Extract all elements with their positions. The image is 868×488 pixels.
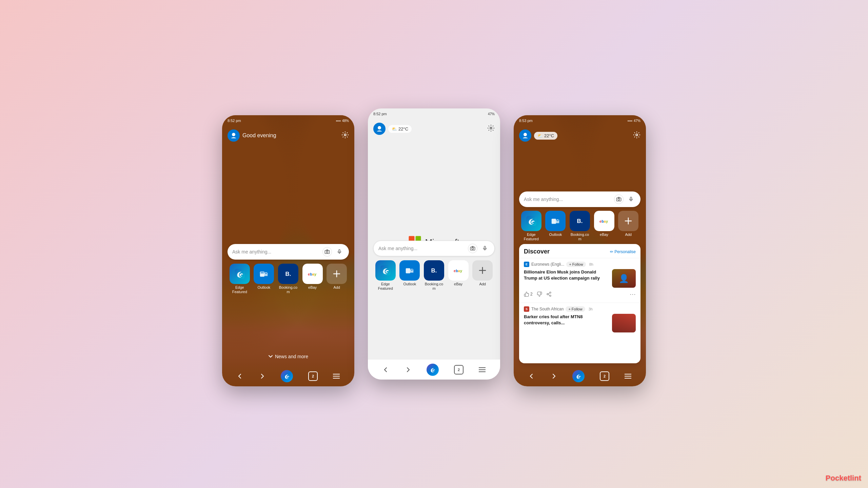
phone-2-battery: 47% <box>488 112 495 116</box>
phone-2-nav-forward[interactable] <box>405 366 411 373</box>
phone-3-nav-menu[interactable] <box>625 373 631 379</box>
phone-3-top-bar: ⛅ 22°C <box>514 126 646 145</box>
news-source-name-1: Euronews (Engli... <box>531 262 564 267</box>
svg-point-3 <box>326 251 328 253</box>
news-content-2: Barker cries foul after MTN8 controversy… <box>524 314 636 332</box>
phone-2-nav-edge[interactable] <box>427 364 439 376</box>
phone-2-time: 8:52 pm <box>373 112 387 116</box>
phone-1-nav-tabs[interactable]: 2 <box>308 371 318 381</box>
phone-1-search-bar[interactable]: Ask me anything... <box>228 244 349 260</box>
phone-3-signal-icon: ▪▪▪▪ <box>628 119 632 123</box>
phone-2-shortcut-add[interactable]: Add <box>472 260 493 291</box>
svg-text:B.: B. <box>577 218 583 224</box>
phone-3-nav-back[interactable] <box>528 373 535 380</box>
phone-1-booking-icon: B. <box>278 264 298 284</box>
phone-2-shortcut-outlook[interactable]: Outlook <box>399 260 420 291</box>
svg-rect-29 <box>406 268 410 273</box>
phone-1-avatar[interactable] <box>228 129 240 142</box>
svg-rect-4 <box>339 249 340 252</box>
phone-2-system-nav: ⦀ ○ ◁ <box>368 378 500 380</box>
discover-header: Discover ✏ Personalise <box>519 244 640 258</box>
phone-3-camera-icon[interactable] <box>614 195 624 204</box>
phone-2-mic-icon[interactable] <box>480 244 490 253</box>
phone-1-shortcut-edge[interactable]: EdgeFeatured <box>230 264 250 294</box>
news-actions-1: 2 ⋯ <box>524 288 636 299</box>
phone-1-greeting: Good evening <box>242 133 276 139</box>
phone-2-edge-label: EdgeFeatured <box>378 282 393 291</box>
phone-3-shortcut-booking[interactable]: B. Booking.com <box>570 211 590 241</box>
phone-1-nav-forward[interactable] <box>259 373 265 380</box>
news-thumbnail-1: 👤 <box>612 269 636 288</box>
pocketlint-watermark: Pocketlint <box>826 474 861 483</box>
svg-point-24 <box>472 248 473 249</box>
phone-2-ebay-label: eBay <box>454 282 462 286</box>
phone-2-settings-icon[interactable] <box>487 124 495 134</box>
phone-2-avatar[interactable] <box>373 123 386 135</box>
phone-3-nav-edge[interactable] <box>572 370 585 382</box>
phone-3-shortcut-add[interactable]: Add <box>618 211 638 241</box>
phone-1-settings-icon[interactable] <box>341 131 349 140</box>
phone-3-mic-icon[interactable] <box>626 195 636 204</box>
phone-3-weather: ⛅ 22°C <box>534 132 557 140</box>
phone-1-nav-back[interactable] <box>237 373 243 380</box>
phone-3-add-label: Add <box>625 232 632 237</box>
follow-button-2[interactable]: + Follow <box>566 306 585 312</box>
phone-1-time: 8:52 pm <box>228 119 241 123</box>
svg-line-60 <box>548 293 550 294</box>
phone-3-avatar[interactable] <box>519 129 531 142</box>
euronews-icon: E <box>524 262 529 267</box>
personalise-button[interactable]: ✏ Personalise <box>610 249 636 254</box>
phone-2-temperature: 22°C <box>398 126 408 131</box>
phone-1-nav-menu[interactable] <box>333 373 340 379</box>
phone-1-shortcut-outlook[interactable]: Outlook <box>254 264 274 294</box>
phone-1-camera-search-icon[interactable] <box>322 247 332 257</box>
svg-rect-9 <box>261 272 264 273</box>
like-button[interactable]: 2 <box>524 291 533 297</box>
phone-1-shortcut-booking[interactable]: B. Booking.com <box>278 264 298 294</box>
phone-1-shortcut-ebay[interactable]: ebay eBay <box>302 264 323 294</box>
more-options-button-1[interactable]: ⋯ <box>630 290 636 298</box>
phone-2-status-bar: 8:52 pm 47% <box>368 108 500 119</box>
news-thumbnail-2 <box>612 314 636 332</box>
phone-1-mic-icon[interactable] <box>335 247 344 257</box>
phone-2-search-placeholder: Ask me anything... <box>378 246 465 251</box>
phone-1-system-nav: ⦀ ○ ◁ <box>222 385 354 386</box>
phone-3-search-bar[interactable]: Ask me anything... <box>519 191 640 207</box>
dislike-button[interactable] <box>537 291 542 297</box>
phone-3-nav-tabs[interactable]: 2 <box>600 371 609 381</box>
phone-2-camera-icon[interactable] <box>468 244 477 253</box>
phone-1-status-icons: ▪▪▪▪ 48% <box>336 119 349 123</box>
phone-2-nav-back[interactable] <box>382 366 389 373</box>
phone-2-shortcut-booking[interactable]: B. Booking.com <box>424 260 444 291</box>
svg-rect-44 <box>630 197 632 200</box>
phone-1-nav-edge[interactable] <box>281 370 293 382</box>
phone-3-shortcut-outlook[interactable]: Outlook <box>545 211 566 241</box>
phone-1-shortcut-add[interactable]: Add <box>327 264 347 294</box>
news-source-name-2: The South African <box>531 307 564 311</box>
share-button[interactable] <box>546 291 552 297</box>
phone-3-booking-label: Booking.com <box>571 232 589 241</box>
news-article-2[interactable]: S The South African + Follow 3h Barker c… <box>519 303 640 336</box>
phone-2-nav-menu[interactable] <box>479 367 486 372</box>
phone-1-edge-label: EdgeFeatured <box>232 285 247 294</box>
phone-3-edge-label: EdgeFeatured <box>524 232 539 241</box>
svg-rect-10 <box>261 273 264 273</box>
follow-button-1[interactable]: + Follow <box>566 262 586 267</box>
phone-3-shortcut-edge[interactable]: EdgeFeatured <box>521 211 541 241</box>
phone-2-shortcut-edge[interactable]: EdgeFeatured <box>375 260 396 291</box>
phone-3-nav-forward[interactable] <box>550 373 557 380</box>
phone-2-shortcut-ebay[interactable]: ebay eBay <box>448 260 469 291</box>
phone-2: 8:52 pm 47% ⛅ 22°C <box>368 108 500 380</box>
svg-rect-48 <box>552 219 556 224</box>
south-african-icon: S <box>524 306 529 312</box>
phone-1-news-more[interactable]: News and more <box>222 354 354 359</box>
phone-3-status-icons: ▪▪▪▪ 47% <box>628 119 640 123</box>
phone-2-search-bar[interactable]: Ask me anything... <box>373 241 495 256</box>
phone-3-outlook-label: Outlook <box>549 232 562 237</box>
phone-3-shortcut-ebay[interactable]: ebay eBay <box>594 211 614 241</box>
phone-1-edge-icon <box>230 264 250 284</box>
phone-3-settings-icon[interactable] <box>633 131 640 140</box>
phone-2-nav-tabs[interactable]: 2 <box>454 365 463 374</box>
phone-3-weather-icon: ⛅ <box>537 133 543 138</box>
news-article-1[interactable]: E Euronews (Engli... + Follow 8h Billion… <box>519 258 640 303</box>
